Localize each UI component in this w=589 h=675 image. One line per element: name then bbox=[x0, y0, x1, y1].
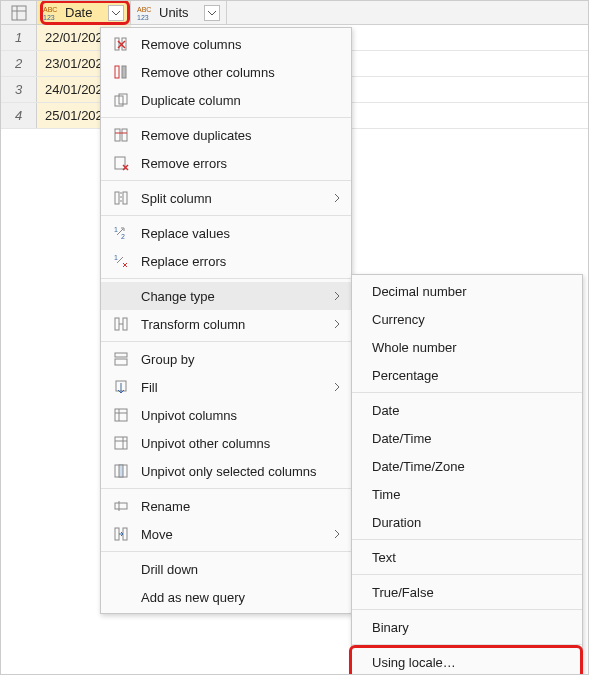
chevron-down-icon bbox=[208, 9, 216, 17]
menu-separator bbox=[352, 574, 582, 575]
replace-errors-icon: 1 bbox=[111, 251, 131, 271]
svg-text:ABC: ABC bbox=[43, 6, 57, 13]
chevron-right-icon bbox=[327, 382, 341, 392]
menu-label: Fill bbox=[141, 380, 317, 395]
menu-unpivot-selected[interactable]: Unpivot only selected columns bbox=[101, 457, 351, 485]
submenu-date[interactable]: Date bbox=[352, 396, 582, 424]
menu-replace-errors[interactable]: 1 Replace errors bbox=[101, 247, 351, 275]
menu-group-by[interactable]: Group by bbox=[101, 345, 351, 373]
menu-remove-columns[interactable]: Remove columns bbox=[101, 30, 351, 58]
svg-rect-40 bbox=[115, 528, 119, 540]
menu-label: Add as new query bbox=[141, 590, 341, 605]
menu-unpivot-columns[interactable]: Unpivot columns bbox=[101, 401, 351, 429]
submenu-datetime[interactable]: Date/Time bbox=[352, 424, 582, 452]
abc-123-icon: ABC123 bbox=[43, 5, 61, 21]
menu-label: Transform column bbox=[141, 317, 317, 332]
svg-rect-20 bbox=[123, 192, 127, 204]
remove-duplicates-icon bbox=[111, 125, 131, 145]
menu-remove-errors[interactable]: Remove errors bbox=[101, 149, 351, 177]
menu-label: Remove duplicates bbox=[141, 128, 341, 143]
submenu-using-locale[interactable]: Using locale… bbox=[352, 648, 582, 675]
menu-label: Remove other columns bbox=[141, 65, 341, 80]
table-icon bbox=[9, 3, 29, 23]
submenu-decimal[interactable]: Decimal number bbox=[352, 277, 582, 305]
menu-separator bbox=[101, 117, 351, 118]
menu-duplicate-column[interactable]: Duplicate column bbox=[101, 86, 351, 114]
column-header-date[interactable]: ABC123 Date bbox=[37, 1, 131, 24]
menu-separator bbox=[352, 644, 582, 645]
row-number: 2 bbox=[1, 51, 37, 76]
chevron-right-icon bbox=[327, 319, 341, 329]
submenu-duration[interactable]: Duration bbox=[352, 508, 582, 536]
column-filter-button[interactable] bbox=[204, 5, 220, 21]
submenu-label: Time bbox=[372, 487, 400, 502]
submenu-label: Binary bbox=[372, 620, 409, 635]
svg-rect-25 bbox=[115, 318, 119, 330]
row-number: 1 bbox=[1, 25, 37, 50]
menu-label: Unpivot other columns bbox=[141, 436, 341, 451]
menu-fill[interactable]: Fill bbox=[101, 373, 351, 401]
unpivot-selected-icon bbox=[111, 461, 131, 481]
menu-transform-column[interactable]: Transform column bbox=[101, 310, 351, 338]
submenu-time[interactable]: Time bbox=[352, 480, 582, 508]
menu-label: Change type bbox=[141, 289, 317, 304]
blank-icon bbox=[111, 559, 131, 579]
menu-replace-values[interactable]: 12 Replace values bbox=[101, 219, 351, 247]
column-context-menu: Remove columns Remove other columns Dupl… bbox=[100, 27, 352, 614]
svg-rect-28 bbox=[115, 359, 127, 365]
svg-text:1: 1 bbox=[114, 254, 118, 261]
chevron-down-icon bbox=[112, 9, 120, 17]
submenu-label: Date/Time bbox=[372, 431, 431, 446]
submenu-label: True/False bbox=[372, 585, 434, 600]
menu-rename[interactable]: Rename bbox=[101, 492, 351, 520]
abc-123-icon: ABC123 bbox=[137, 5, 155, 21]
row-number: 4 bbox=[1, 103, 37, 128]
submenu-text[interactable]: Text bbox=[352, 543, 582, 571]
svg-rect-26 bbox=[123, 318, 127, 330]
menu-split-column[interactable]: Split column bbox=[101, 184, 351, 212]
submenu-whole[interactable]: Whole number bbox=[352, 333, 582, 361]
svg-rect-11 bbox=[115, 66, 119, 78]
svg-rect-38 bbox=[115, 503, 127, 509]
submenu-currency[interactable]: Currency bbox=[352, 305, 582, 333]
column-header-units[interactable]: ABC123 Units bbox=[131, 1, 227, 24]
menu-separator bbox=[101, 341, 351, 342]
menu-move[interactable]: Move bbox=[101, 520, 351, 548]
chevron-right-icon bbox=[327, 291, 341, 301]
submenu-datetimezone[interactable]: Date/Time/Zone bbox=[352, 452, 582, 480]
menu-label: Replace values bbox=[141, 226, 341, 241]
menu-remove-duplicates[interactable]: Remove duplicates bbox=[101, 121, 351, 149]
menu-label: Group by bbox=[141, 352, 341, 367]
column-filter-button[interactable] bbox=[108, 5, 124, 21]
svg-rect-15 bbox=[115, 129, 120, 141]
menu-drill-down[interactable]: Drill down bbox=[101, 555, 351, 583]
submenu-truefalse[interactable]: True/False bbox=[352, 578, 582, 606]
submenu-label: Currency bbox=[372, 312, 425, 327]
svg-rect-0 bbox=[12, 6, 26, 20]
fill-icon bbox=[111, 377, 131, 397]
menu-label: Unpivot columns bbox=[141, 408, 341, 423]
blank-icon bbox=[111, 587, 131, 607]
grid-corner[interactable] bbox=[1, 1, 37, 24]
rename-icon bbox=[111, 496, 131, 516]
svg-rect-33 bbox=[115, 437, 127, 449]
menu-change-type[interactable]: Change type bbox=[101, 282, 351, 310]
menu-remove-other-columns[interactable]: Remove other columns bbox=[101, 58, 351, 86]
menu-add-as-new-query[interactable]: Add as new query bbox=[101, 583, 351, 611]
menu-unpivot-other[interactable]: Unpivot other columns bbox=[101, 429, 351, 457]
submenu-label: Percentage bbox=[372, 368, 439, 383]
menu-label: Rename bbox=[141, 499, 341, 514]
svg-rect-16 bbox=[122, 129, 127, 141]
menu-label: Drill down bbox=[141, 562, 341, 577]
svg-text:ABC: ABC bbox=[137, 6, 151, 13]
change-type-submenu: Decimal number Currency Whole number Per… bbox=[351, 274, 583, 675]
menu-label: Unpivot only selected columns bbox=[141, 464, 341, 479]
svg-text:123: 123 bbox=[43, 14, 55, 21]
menu-separator bbox=[352, 609, 582, 610]
duplicate-column-icon bbox=[111, 90, 131, 110]
submenu-percentage[interactable]: Percentage bbox=[352, 361, 582, 389]
unpivot-icon bbox=[111, 405, 131, 425]
submenu-binary[interactable]: Binary bbox=[352, 613, 582, 641]
move-icon bbox=[111, 524, 131, 544]
submenu-label: Date bbox=[372, 403, 399, 418]
